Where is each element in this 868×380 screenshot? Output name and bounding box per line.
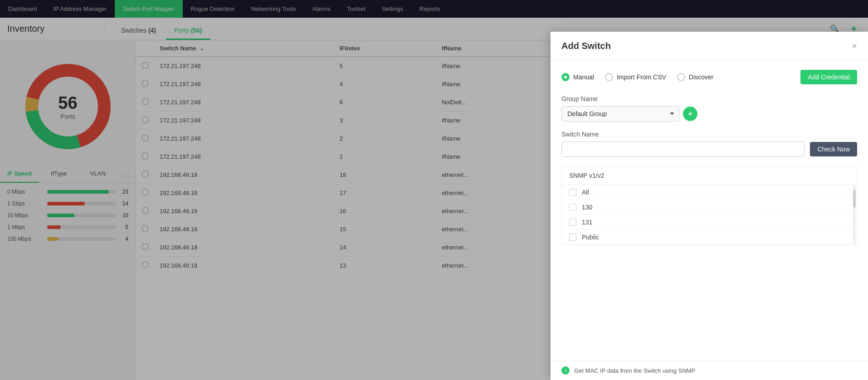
radio-circle-manual	[561, 73, 570, 81]
snmp-label-public: Public	[582, 234, 599, 241]
group-name-label: Group Name	[561, 95, 857, 102]
radio-manual[interactable]: Manual	[561, 73, 594, 81]
modal-bottom: i Get MAC IP data from the Switch using …	[551, 361, 868, 380]
snmp-scrollbar-thumb	[853, 190, 856, 208]
snmp-item-131: 131	[562, 215, 857, 230]
snmp-label-all: All	[582, 189, 589, 196]
radio-discover-label: Discover	[689, 73, 713, 81]
radio-import-csv[interactable]: Import From CSV	[605, 73, 666, 81]
add-group-button[interactable]: +	[683, 107, 697, 121]
radio-csv-label: Import From CSV	[617, 73, 666, 81]
bottom-note: Get MAC IP data from the Switch using SN…	[574, 367, 695, 374]
plus-icon: +	[688, 109, 693, 119]
modal-close-button[interactable]: ×	[852, 41, 857, 51]
switch-name-row-inner: Check Now	[561, 141, 857, 157]
radio-manual-label: Manual	[573, 73, 594, 81]
radio-circle-discover	[677, 73, 685, 81]
snmp-item-130: 130	[562, 200, 857, 215]
modal-header: Add Switch ×	[551, 32, 868, 61]
checkbox-all[interactable]	[569, 189, 576, 196]
switch-name-label: Switch Name	[561, 131, 857, 138]
radio-discover[interactable]: Discover	[677, 73, 713, 81]
snmp-section: SNMP v1/v2 All 130 131 Public	[561, 166, 857, 245]
info-icon: i	[561, 366, 570, 375]
snmp-item-all: All	[562, 185, 857, 200]
switch-name-input[interactable]	[561, 141, 805, 157]
group-name-row: Group Name Default Group +	[561, 95, 857, 122]
snmp-item-public: Public	[562, 230, 857, 245]
checkbox-public[interactable]	[569, 234, 576, 241]
checkbox-130[interactable]	[569, 204, 576, 211]
group-select-wrap: Default Group +	[561, 106, 857, 122]
snmp-label-131: 131	[582, 219, 592, 226]
snmp-header: SNMP v1/v2	[562, 166, 857, 185]
snmp-list: All 130 131 Public	[562, 185, 857, 245]
modal-title: Add Switch	[561, 41, 852, 51]
checkbox-131[interactable]	[569, 219, 576, 226]
switch-name-row: Switch Name Check Now	[561, 131, 857, 157]
group-name-select[interactable]: Default Group	[561, 106, 679, 122]
snmp-scrollbar[interactable]	[853, 185, 856, 245]
radio-circle-csv	[605, 73, 613, 81]
check-now-button[interactable]: Check Now	[810, 142, 857, 156]
add-credential-button[interactable]: Add Credential	[800, 70, 857, 84]
modal-body: Manual Import From CSV Discover Add Cred…	[551, 61, 868, 361]
add-switch-modal: Add Switch × Manual Import From CSV Disc…	[551, 32, 868, 380]
snmp-label-130: 130	[582, 204, 592, 211]
options-row: Manual Import From CSV Discover Add Cred…	[561, 70, 857, 84]
